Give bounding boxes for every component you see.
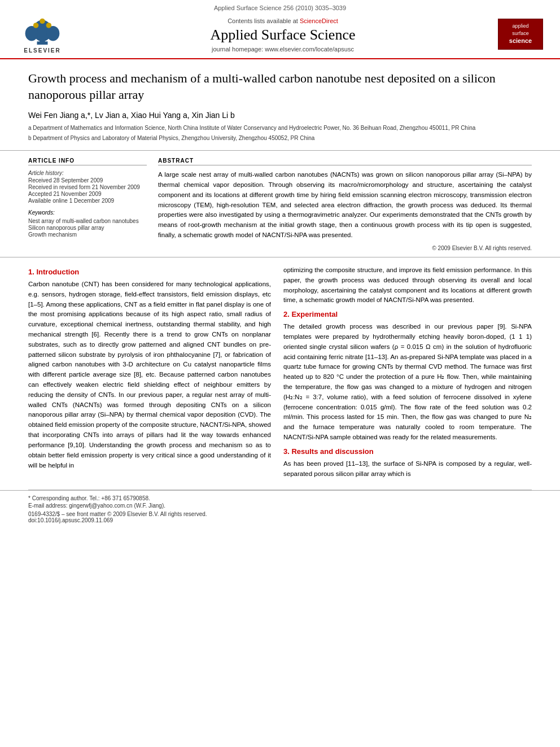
affiliation-a: a Department of Mathematics and Informat… bbox=[28, 124, 532, 132]
experimental-heading: 2. Experimental bbox=[283, 310, 532, 318]
keyword-1: Nest array of multi-walled carbon nanotu… bbox=[28, 218, 147, 224]
page-footer: * Corresponding author. Tel.: +86 371 65… bbox=[0, 490, 560, 529]
keyword-2: Silicon nanoporous pillar array bbox=[28, 225, 147, 231]
article-info-col: Article Info Article history: Received 2… bbox=[28, 158, 147, 251]
history-label: Article history: bbox=[28, 170, 147, 176]
available-date: Available online 1 December 2009 bbox=[28, 198, 147, 204]
elsevier-tree-icon bbox=[20, 15, 65, 46]
abstract-label: Abstract bbox=[158, 158, 532, 165]
issn-line: 0169-4332/$ – see front matter © 2009 El… bbox=[28, 511, 532, 517]
elsevier-logo: ELSEVIER bbox=[11, 15, 73, 58]
journal-title: Applied Surface Science bbox=[79, 27, 487, 43]
body-right-col: optimizing the composite structure, and … bbox=[283, 265, 532, 484]
svg-point-2 bbox=[25, 26, 38, 41]
corresponding-note: * Corresponding author. Tel.: +86 371 65… bbox=[28, 495, 532, 501]
svg-point-3 bbox=[47, 26, 60, 41]
intro-heading: 1. Introduction bbox=[28, 268, 271, 276]
svg-rect-4 bbox=[37, 41, 48, 45]
page-wrapper: Applied Surface Science 256 (2010) 3035–… bbox=[0, 0, 560, 529]
results-para-1: As has been proved [11–13], the surface … bbox=[283, 459, 532, 479]
svg-point-6 bbox=[46, 23, 51, 28]
abstract-text: A large scale nest array of multi-walled… bbox=[158, 170, 532, 241]
article-info-abstract-section: Article Info Article history: Received 2… bbox=[0, 151, 560, 257]
article-header: Growth process and mechanism of a multi-… bbox=[0, 59, 560, 151]
body-left-col: 1. Introduction Carbon nanotube (CNT) ha… bbox=[28, 265, 271, 484]
sciencedirect-link[interactable]: ScienceDirect bbox=[300, 18, 338, 24]
svg-point-7 bbox=[40, 19, 45, 24]
experimental-para: The detailed growth process was describe… bbox=[283, 322, 532, 443]
intro-para-1: Carbon nanotube (CNT) has been considere… bbox=[28, 279, 271, 470]
keyword-3: Growth mechanism bbox=[28, 231, 147, 238]
journal-badge: applied surface science bbox=[492, 15, 549, 58]
copyright-line: © 2009 Elsevier B.V. All rights reserved… bbox=[158, 245, 532, 251]
header-center: Contents lists available at ScienceDirec… bbox=[73, 15, 492, 58]
aps-badge-box: applied surface science bbox=[498, 19, 543, 50]
intro-para-cont: optimizing the composite structure, and … bbox=[283, 265, 532, 305]
authors-line: Wei Fen Jiang a,*, Lv Jian a, Xiao Hui Y… bbox=[28, 111, 532, 120]
journal-reference: Applied Surface Science 256 (2010) 3035–… bbox=[11, 5, 549, 11]
received-date: Received 28 September 2009 bbox=[28, 177, 147, 184]
email-note: E-mail address: gingerwfj@yahoo.com.cn (… bbox=[28, 503, 532, 509]
elsevier-wordmark: ELSEVIER bbox=[24, 47, 60, 54]
journal-header: Applied Surface Science 256 (2010) 3035–… bbox=[0, 0, 560, 59]
doi-line: doi:10.1016/j.apsusc.2009.11.069 bbox=[28, 517, 532, 523]
article-info-label: Article Info bbox=[28, 158, 147, 165]
contents-line: Contents lists available at ScienceDirec… bbox=[79, 18, 487, 24]
journal-homepage: journal homepage: www.elsevier.com/locat… bbox=[79, 46, 487, 53]
svg-point-5 bbox=[33, 23, 38, 28]
results-heading: 3. Results and discussion bbox=[283, 447, 532, 456]
revised-date: Received in revised form 21 November 200… bbox=[28, 184, 147, 190]
article-title: Growth process and mechanism of a multi-… bbox=[28, 71, 532, 103]
body-content: 1. Introduction Carbon nanotube (CNT) ha… bbox=[0, 257, 560, 490]
abstract-col: Abstract A large scale nest array of mul… bbox=[158, 158, 532, 251]
affiliation-b: b Department of Physics and Laboratory o… bbox=[28, 134, 532, 142]
keywords-label: Keywords: bbox=[28, 209, 147, 216]
accepted-date: Accepted 21 November 2009 bbox=[28, 191, 147, 197]
